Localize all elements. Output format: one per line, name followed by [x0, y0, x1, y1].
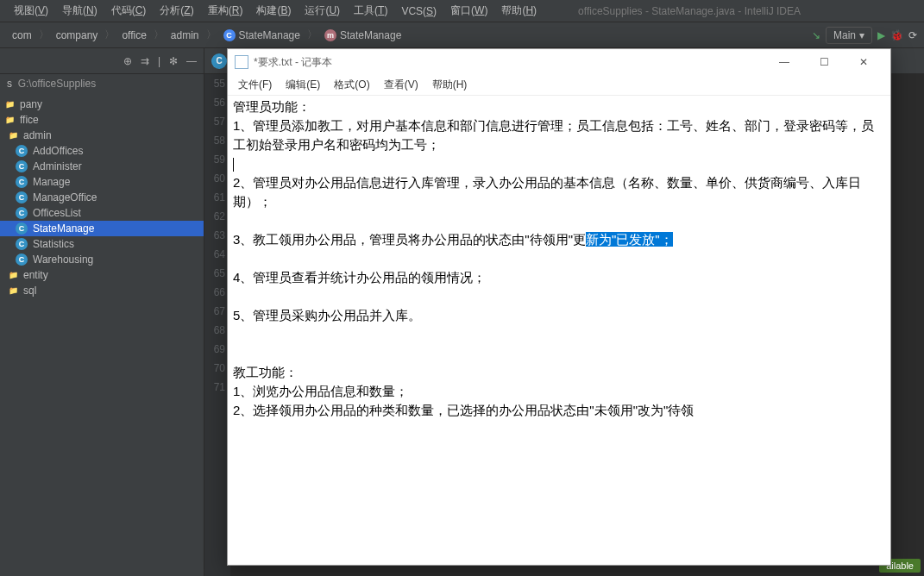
line-number: 67: [204, 302, 225, 321]
run-icon[interactable]: ▶: [877, 29, 885, 41]
tree-item-manageoffice[interactable]: CManageOffice: [0, 190, 204, 205]
np-menu-view[interactable]: 查看(V): [377, 76, 425, 94]
tree-item-sql[interactable]: 📁sql: [0, 283, 204, 298]
project-root-path[interactable]: s G:\officeSupplies: [0, 74, 204, 93]
line-number: 58: [204, 131, 225, 150]
folder-icon: 📁: [9, 271, 18, 279]
menu-view[interactable]: 视图(V): [7, 1, 55, 21]
settings-gear-icon[interactable]: ✻: [169, 55, 178, 67]
notepad-window[interactable]: *要求.txt - 记事本 — ☐ ✕ 文件(F) 编辑(E) 格式(O) 查看…: [227, 48, 891, 566]
method-icon: m: [324, 29, 336, 41]
menu-window[interactable]: 窗口(W): [443, 1, 494, 21]
tree-item-label: Warehousing: [33, 254, 93, 266]
line-number: 57: [204, 112, 225, 131]
crumb-method-statemanage[interactable]: mStateManage: [319, 28, 406, 43]
tree-item-statemanage[interactable]: CStateManage: [0, 221, 204, 236]
editor-tab-class-icon[interactable]: C: [211, 53, 227, 69]
tree-item-administer[interactable]: CAdminister: [0, 159, 204, 174]
tree-item-label: OfficesList: [33, 207, 81, 219]
tree-item-label: StateManage: [33, 222, 94, 235]
project-tree: 📁pany📁ffice📁adminCAddOfficesCAdministerC…: [0, 93, 204, 302]
tree-item-manage[interactable]: CManage: [0, 174, 204, 190]
window-title: officeSupplies - StateManage.java - Inte…: [578, 5, 801, 17]
notepad-menubar: 文件(F) 编辑(E) 格式(O) 查看(V) 帮助(H): [228, 75, 890, 96]
folder-icon: 📁: [5, 100, 15, 109]
text-line: [233, 344, 885, 363]
menu-navigate[interactable]: 导航(N): [55, 1, 104, 21]
class-icon: C: [16, 145, 28, 157]
class-icon: C: [16, 222, 28, 235]
hide-panel-icon[interactable]: —: [186, 55, 197, 67]
tree-item-label: Administer: [33, 160, 82, 172]
text-line: 2、选择领用办公用品的种类和数量，已选择的办公用品状态由"未领用"改为"待领: [233, 401, 885, 420]
project-panel: ⊕ ⇉ | ✻ — s G:\officeSupplies 📁pany📁ffic…: [0, 48, 204, 576]
tree-item-label: sql: [23, 285, 36, 297]
more-icon[interactable]: ⟳: [908, 29, 917, 41]
crumb-admin[interactable]: admin: [166, 28, 204, 43]
line-number: 59: [204, 150, 225, 169]
line-number: 70: [204, 359, 225, 378]
folder-icon: 📁: [9, 286, 18, 295]
crumb-com[interactable]: com: [7, 28, 37, 43]
text-line: 3、教工领用办公用品，管理员将办公用品的状态由"待领用"更新为"已发放"；: [233, 230, 885, 249]
notepad-text-area[interactable]: 管理员功能：1、管理员添加教工，对用户基本信息和部门信息进行管理；员工信息包括：…: [228, 96, 890, 565]
text-line: 管理员功能：: [233, 97, 885, 116]
run-config-label: Main: [833, 29, 856, 41]
folder-icon: 📁: [5, 116, 15, 124]
menu-code[interactable]: 代码(C): [104, 1, 154, 21]
tree-item-label: AddOffices: [33, 145, 83, 157]
tree-item-admin[interactable]: 📁admin: [0, 128, 204, 143]
line-number: 65: [204, 264, 225, 283]
expand-all-icon[interactable]: ⇉: [141, 55, 149, 67]
selected-text: 新为"已发放"；: [586, 232, 673, 247]
menu-analyze[interactable]: 分析(Z): [153, 1, 200, 21]
np-menu-help[interactable]: 帮助(H): [425, 76, 475, 94]
menu-refactor[interactable]: 重构(R): [201, 1, 250, 21]
menu-help[interactable]: 帮助(H): [494, 1, 544, 21]
line-number: 56: [204, 93, 225, 112]
np-menu-format[interactable]: 格式(O): [327, 76, 376, 94]
class-icon: C: [16, 176, 28, 188]
scroll-from-source-icon[interactable]: ⊕: [123, 55, 132, 67]
tree-item-entity[interactable]: 📁entity: [0, 267, 204, 283]
chevron-down-icon: ▾: [859, 29, 864, 41]
notepad-app-icon: [235, 55, 248, 69]
build-icon[interactable]: ↘: [812, 29, 820, 41]
class-icon: C: [223, 29, 236, 41]
line-number: 60: [204, 169, 225, 188]
np-menu-file[interactable]: 文件(F): [231, 76, 279, 94]
divider: |: [158, 55, 160, 67]
debug-icon[interactable]: 🐞: [890, 29, 903, 41]
tree-item-label: entity: [23, 269, 48, 281]
text-line: 5、管理员采购办公用品并入库。: [233, 306, 885, 325]
menu-vcs[interactable]: VCS(S): [394, 3, 443, 20]
crumb-company[interactable]: company: [51, 28, 104, 43]
text-line: [233, 249, 885, 268]
notepad-titlebar[interactable]: *要求.txt - 记事本 — ☐ ✕: [228, 49, 890, 75]
minimize-button[interactable]: —: [764, 49, 804, 75]
tree-item-warehousing[interactable]: CWarehousing: [0, 252, 204, 267]
tree-item-ffice[interactable]: 📁ffice: [0, 112, 204, 128]
text-line: 2、管理员对办公用品信息进行入库管理，录入办公用品的基本信息（名称、数量、单价、…: [233, 173, 885, 211]
menu-run[interactable]: 运行(U): [298, 1, 347, 21]
text-line: 教工功能：: [233, 363, 885, 382]
line-number: 64: [204, 245, 225, 264]
crumb-office[interactable]: office: [116, 28, 151, 43]
tree-item-addoffices[interactable]: CAddOffices: [0, 143, 204, 159]
tree-item-label: Manage: [33, 176, 70, 188]
maximize-button[interactable]: ☐: [804, 49, 844, 75]
crumb-class-statemanage[interactable]: CStateManage: [218, 28, 305, 43]
line-number: 66: [204, 283, 225, 302]
tree-item-label: admin: [23, 129, 52, 141]
line-number: 69: [204, 340, 225, 359]
tree-item-label: ManageOffice: [33, 191, 97, 203]
menu-build[interactable]: 构建(B): [249, 1, 298, 21]
tree-item-label: ffice: [20, 114, 39, 126]
run-config-dropdown[interactable]: Main ▾: [826, 27, 872, 44]
close-button[interactable]: ✕: [844, 49, 883, 75]
tree-item-officeslist[interactable]: COfficesList: [0, 205, 204, 221]
np-menu-edit[interactable]: 编辑(E): [279, 76, 327, 94]
tree-item-statistics[interactable]: CStatistics: [0, 236, 204, 252]
tree-item-pany[interactable]: 📁pany: [0, 97, 204, 112]
menu-tools[interactable]: 工具(T): [347, 1, 394, 21]
